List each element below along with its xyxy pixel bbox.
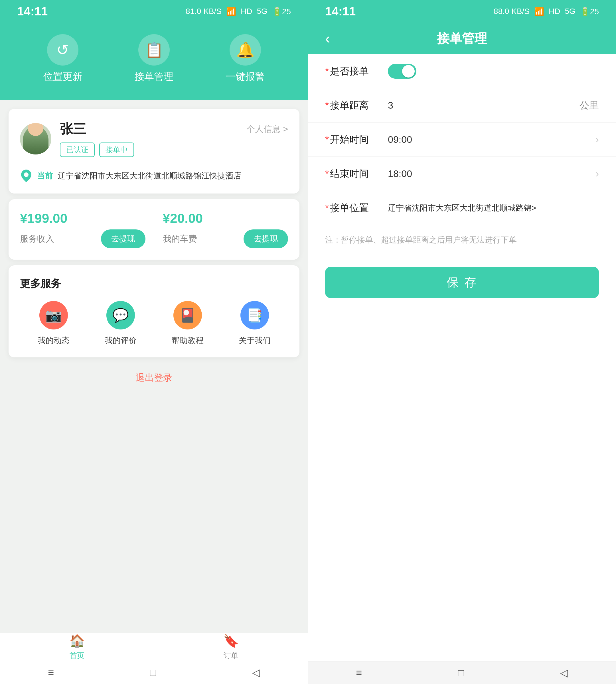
my-rating-icon-circle: 💬 — [106, 301, 135, 329]
back-sys-icon-right[interactable]: ◁ — [560, 667, 568, 679]
logout-button[interactable]: 退出登录 — [0, 363, 308, 393]
service-my-activity[interactable]: 📷 我的动态 — [38, 301, 70, 346]
accept-order-toggle[interactable] — [388, 64, 416, 79]
battery-text-right: 88.0 KB/S — [494, 7, 530, 16]
status-bar-left: 14:11 81.0 KB/S 📶 HD 5G 🔋25 — [0, 0, 308, 23]
page-title: 接单管理 — [437, 30, 487, 47]
menu-icon-right[interactable]: ≡ — [356, 667, 362, 679]
action-emergency[interactable]: 🔔 一键报警 — [226, 34, 265, 83]
home-icon: 🏠 — [69, 634, 85, 648]
setting-start-time[interactable]: *开始时间 09:00 › — [308, 122, 616, 157]
service-my-rating[interactable]: 💬 我的评价 — [105, 301, 137, 346]
location-update-icon-circle: ↺ — [47, 34, 79, 66]
badge-active: 接单中 — [99, 142, 134, 157]
setting-accept-order: *是否接单 — [308, 54, 616, 88]
nav-orders-label: 订单 — [224, 651, 238, 661]
setting-end-time[interactable]: *结束时间 18:00 › — [308, 157, 616, 191]
required-star-2: * — [325, 100, 329, 111]
accept-distance-value[interactable]: 3 — [382, 100, 574, 111]
about-icon-circle: 📑 — [240, 301, 269, 329]
camera-icon: 📷 — [45, 307, 62, 323]
end-time-label: *结束时间 — [325, 167, 382, 180]
emergency-label: 一键报警 — [226, 70, 265, 83]
back-button[interactable]: ‹ — [325, 30, 330, 47]
action-order-management[interactable]: 📋 接单管理 — [135, 34, 173, 83]
end-time-arrow: › — [595, 168, 599, 180]
status-bar-right: 14:11 88.0 KB/S 📶 HD 5G 🔋25 — [308, 0, 616, 23]
signal-icon-right: 5G — [565, 7, 575, 16]
service-withdraw-btn[interactable]: 去提现 — [101, 229, 146, 248]
accept-location-label: *接单位置 — [325, 202, 382, 214]
bell-icon: 🔔 — [236, 41, 255, 59]
accept-order-label: *是否接单 — [325, 65, 382, 78]
nav-orders[interactable]: 🔖 订单 — [154, 633, 308, 661]
car-income-item: ¥20.00 我的车费 去提现 — [163, 211, 288, 248]
toggle-knob — [402, 65, 415, 77]
time-left: 14:11 — [17, 4, 48, 18]
income-divider — [154, 211, 154, 248]
save-button[interactable]: 保 存 — [325, 267, 599, 298]
about-icon: 📑 — [246, 307, 263, 323]
status-icons-right: 88.0 KB/S 📶 HD 5G 🔋25 — [494, 7, 599, 16]
required-star-5: * — [325, 202, 329, 213]
hd-icon: HD — [241, 7, 252, 16]
user-name-row: 张三 个人信息 > — [60, 120, 288, 138]
service-income-decimal: .00 — [49, 211, 67, 226]
menu-icon-left[interactable]: ≡ — [48, 667, 54, 679]
user-details: 张三 个人信息 > 已认证 接单中 — [60, 120, 288, 157]
accept-distance-unit: 公里 — [579, 99, 599, 112]
service-about[interactable]: 📑 关于我们 — [239, 301, 271, 346]
service-help[interactable]: 🎴 帮助教程 — [172, 301, 204, 346]
action-location-update[interactable]: ↺ 位置更新 — [43, 34, 82, 83]
start-time-arrow: › — [595, 134, 599, 146]
service-income-amount: ¥199.00 — [20, 211, 146, 226]
car-income-decimal: .00 — [184, 211, 203, 226]
nav-home-label: 首页 — [70, 651, 84, 661]
page-header: ‹ 接单管理 — [308, 23, 616, 54]
back-sys-icon-left[interactable]: ◁ — [252, 667, 260, 679]
user-name: 张三 — [60, 120, 86, 138]
about-label: 关于我们 — [239, 335, 271, 346]
wifi-icon-right: 📶 — [534, 7, 544, 16]
time-right: 14:11 — [325, 4, 356, 18]
help-icon: 🎴 — [179, 307, 196, 323]
badge-verified: 已认证 — [60, 142, 95, 157]
user-info-row: 张三 个人信息 > 已认证 接单中 — [20, 120, 288, 157]
my-activity-label: 我的动态 — [38, 335, 70, 346]
order-management-label: 接单管理 — [135, 70, 173, 83]
car-withdraw-btn[interactable]: 去提现 — [244, 229, 288, 248]
help-label: 帮助教程 — [172, 335, 204, 346]
car-income-integer: ¥20 — [163, 211, 185, 226]
home-sys-icon-left[interactable]: □ — [150, 667, 156, 679]
battery-text: 81.0 KB/S — [186, 7, 222, 16]
emergency-icon-circle: 🔔 — [229, 34, 261, 66]
service-income-integer: ¥199 — [20, 211, 49, 226]
wifi-icon: 📶 — [226, 7, 236, 16]
car-income-label: 我的车费 — [163, 233, 197, 245]
nav-home[interactable]: 🏠 首页 — [0, 633, 154, 661]
setting-accept-location[interactable]: *接单位置 辽宁省沈阳市大东区大北街道北顺城路锦> — [308, 191, 616, 225]
home-sys-icon-right[interactable]: □ — [458, 667, 464, 679]
user-card: 张三 个人信息 > 已认证 接单中 当前 辽宁省沈阳市大东区大北街道北顺城路锦江… — [8, 109, 300, 193]
service-income-bottom: 服务收入 去提现 — [20, 229, 146, 248]
location-text: 辽宁省沈阳市大东区大北街道北顺城路锦江快捷酒店 — [58, 170, 241, 181]
header-actions: ↺ 位置更新 📋 接单管理 🔔 一键报警 — [0, 23, 308, 100]
avatar-head — [28, 123, 44, 136]
more-services-title: 更多服务 — [20, 277, 288, 291]
orders-icon: 🔖 — [223, 634, 239, 648]
location-current-label: 当前 — [37, 170, 53, 181]
required-star-4: * — [325, 168, 329, 179]
setting-accept-distance: *接单距离 3 公里 — [308, 88, 616, 122]
battery-icon: 🔋25 — [272, 7, 291, 16]
accept-location-value: 辽宁省沈阳市大东区大北街道北顺城路锦> — [382, 203, 599, 213]
order-management-icon-circle: 📋 — [138, 34, 170, 66]
note-text: 注：暂停接单、超过接单距离之后用户将无法进行下单 — [325, 235, 517, 244]
battery-icon-right: 🔋25 — [580, 7, 599, 16]
personal-info-link[interactable]: 个人信息 > — [246, 123, 288, 135]
user-badges: 已认证 接单中 — [60, 142, 288, 157]
car-income-bottom: 我的车费 去提现 — [163, 229, 288, 248]
service-income-item: ¥199.00 服务收入 去提现 — [20, 211, 146, 248]
help-icon-circle: 🎴 — [173, 301, 202, 329]
status-icons-left: 81.0 KB/S 📶 HD 5G 🔋25 — [186, 7, 291, 16]
accept-distance-label: *接单距离 — [325, 99, 382, 112]
